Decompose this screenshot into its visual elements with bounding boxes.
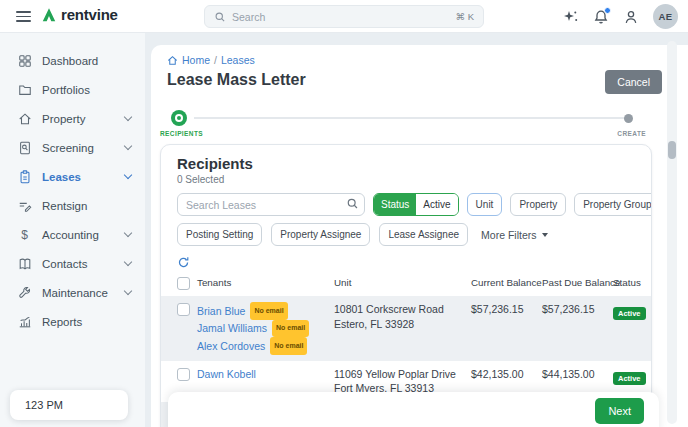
lease-search — [177, 193, 365, 216]
chevron-down-icon — [124, 287, 132, 295]
breadcrumb-home-link[interactable]: Home — [182, 54, 210, 66]
global-search-input[interactable] — [232, 11, 450, 23]
dollar-icon: $ — [17, 227, 32, 242]
main-area: Home / Leases Lease Mass Letter Cancel R… — [145, 33, 688, 427]
tenant-link[interactable]: Alex Cordoves — [197, 339, 265, 354]
sidebar-item-rentsign[interactable]: Rentsign — [0, 191, 145, 220]
filter-property-button[interactable]: Property — [510, 193, 566, 216]
dashboard-icon — [17, 53, 32, 68]
filter-property-group-button[interactable]: Property Group — [574, 193, 652, 216]
breadcrumb: Home / Leases — [167, 54, 255, 66]
cancel-button[interactable]: Cancel — [605, 70, 662, 94]
status-filter-key[interactable]: Status — [374, 194, 416, 215]
status-filter-value[interactable]: Active — [416, 194, 457, 215]
no-email-badge: No email — [250, 302, 287, 320]
sidebar-item-leases[interactable]: Leases — [0, 162, 145, 191]
folder-icon — [17, 82, 32, 97]
avatar[interactable]: AE — [653, 4, 678, 29]
sparkles-icon[interactable] — [563, 9, 579, 25]
breadcrumb-leases-link[interactable]: Leases — [221, 54, 255, 66]
filter-posting-setting-button[interactable]: Posting Setting — [177, 223, 262, 246]
search-icon — [214, 11, 226, 23]
step-recipients-indicator[interactable] — [171, 110, 187, 126]
next-button[interactable]: Next — [595, 398, 644, 424]
stepper-line — [194, 117, 626, 119]
sidebar-item-label: Screening — [42, 142, 94, 154]
signature-icon — [17, 198, 32, 213]
home-icon — [167, 55, 178, 66]
scrollbar-track — [667, 41, 677, 424]
unit-address-line1: 11069 Yellow Poplar Drive — [334, 367, 471, 382]
lease-search-input[interactable] — [177, 193, 365, 216]
row-checkbox[interactable] — [177, 368, 190, 381]
tenant-link[interactable]: Brian Blue — [197, 304, 245, 319]
column-header-unit: Unit — [334, 277, 471, 288]
column-header-tenants: Tenants — [197, 277, 334, 288]
status-badge: Active — [613, 307, 646, 320]
unit-cell: 10801 Corkscrew Road Estero, FL 33928 — [334, 302, 471, 331]
selected-count: 0 Selected — [177, 174, 635, 185]
top-bar: rentvine ⌘ K AE — [0, 0, 688, 33]
house-icon — [17, 111, 32, 126]
chevron-down-icon — [124, 258, 132, 266]
sidebar-item-contacts[interactable]: Contacts — [0, 249, 145, 278]
filter-unit-button[interactable]: Unit — [467, 193, 503, 216]
step-create-indicator[interactable] — [624, 114, 633, 123]
sidebar-item-maintenance[interactable]: Maintenance — [0, 278, 145, 307]
hamburger-menu-icon[interactable] — [16, 11, 31, 22]
sidebar-item-label: Property — [42, 113, 85, 125]
book-icon — [17, 256, 32, 271]
sidebar-item-label: Leases — [42, 171, 81, 183]
scrollbar-thumb[interactable] — [668, 141, 676, 159]
sidebar-item-label: Portfolios — [42, 84, 90, 96]
chevron-down-icon — [124, 229, 132, 237]
search-shortcut-hint: ⌘ K — [456, 11, 474, 22]
clipboard-icon — [17, 169, 32, 184]
recipients-card: Recipients 0 Selected Status Active Unit… — [160, 144, 652, 427]
chevron-down-icon — [124, 171, 132, 179]
unit-address-line2: Estero, FL 33928 — [334, 317, 471, 332]
chevron-down-icon — [124, 113, 132, 121]
no-email-badge: No email — [270, 337, 307, 355]
wizard-stepper: RECIPIENTS CREATE — [160, 109, 652, 143]
table-row: Brian BlueNo email Jamal WilliamsNo emai… — [161, 296, 651, 361]
rentvine-logo[interactable]: rentvine — [41, 6, 118, 23]
filter-lease-assignee-button[interactable]: Lease Assignee — [379, 223, 468, 246]
filter-property-assignee-button[interactable]: Property Assignee — [271, 223, 370, 246]
tenant-link[interactable]: Dawn Kobell — [197, 367, 256, 382]
more-filters-dropdown[interactable]: More Filters — [481, 229, 547, 241]
wrench-icon — [17, 285, 32, 300]
screening-doc-icon — [17, 140, 32, 155]
no-email-badge: No email — [272, 320, 309, 338]
column-header-current-balance: Current Balance — [471, 277, 542, 288]
tenant-link[interactable]: Jamal Williams — [197, 321, 267, 336]
sidebar-item-accounting[interactable]: $ Accounting — [0, 220, 145, 249]
select-all-checkbox[interactable] — [177, 277, 190, 290]
sidebar-item-label: Maintenance — [42, 287, 108, 299]
content-panel: Home / Leases Lease Mass Letter Cancel R… — [151, 45, 688, 427]
table-header-row: Tenants Unit Current Balance Past Due Ba… — [161, 273, 651, 296]
row-checkbox[interactable] — [177, 303, 190, 316]
status-filter-group[interactable]: Status Active — [373, 193, 459, 216]
sidebar: Dashboard Portfolios Property Screening … — [0, 33, 145, 427]
status-badge: Active — [613, 372, 646, 385]
chevron-down-icon — [124, 142, 132, 150]
refresh-icon[interactable] — [177, 256, 190, 269]
notifications-bell-icon[interactable] — [593, 9, 609, 25]
recipients-heading: Recipients — [177, 155, 635, 172]
caret-down-icon — [542, 233, 548, 237]
user-icon[interactable] — [623, 9, 639, 25]
current-balance: $57,236.15 — [471, 302, 542, 317]
sidebar-item-property[interactable]: Property — [0, 104, 145, 133]
sidebar-item-dashboard[interactable]: Dashboard — [0, 46, 145, 75]
notification-dot — [604, 7, 611, 14]
past-due-balance: $44,135.00 — [542, 367, 613, 382]
time-toast: 123 PM — [10, 390, 128, 420]
sidebar-item-reports[interactable]: Reports — [0, 307, 145, 336]
sidebar-item-screening[interactable]: Screening — [0, 133, 145, 162]
wizard-footer-bar: Next — [168, 392, 659, 427]
app-window: rentvine ⌘ K AE — [0, 0, 688, 427]
sidebar-item-portfolios[interactable]: Portfolios — [0, 75, 145, 104]
global-search: ⌘ K — [204, 5, 484, 28]
column-header-status: Status — [613, 277, 652, 288]
